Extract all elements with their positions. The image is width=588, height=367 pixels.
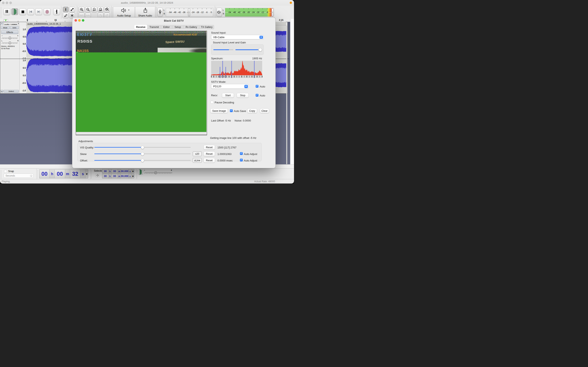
auto-recv-checkbox[interactable] xyxy=(256,94,259,97)
time-format-arrow-icon[interactable]: ▾ xyxy=(86,170,88,178)
collapse-track-button[interactable]: ▲ xyxy=(0,90,3,92)
record-meter-options-button[interactable] xyxy=(157,8,163,17)
vertical-scale-ch2[interactable]: 1.00.50.0-0.5-1.0 xyxy=(19,59,26,93)
offset-thumb[interactable] xyxy=(141,159,144,162)
selection-grab-handle[interactable] xyxy=(91,169,92,178)
loop-button[interactable] xyxy=(53,8,60,15)
close-track-button[interactable]: × xyxy=(0,22,3,25)
playback-meter-grab-handle[interactable] xyxy=(215,7,216,18)
offset-auto-adjust-checkbox[interactable] xyxy=(240,159,243,161)
pan-slider[interactable] xyxy=(2,43,18,43)
time-grab-handle[interactable] xyxy=(37,169,38,178)
selection-options-button[interactable] xyxy=(95,173,100,177)
vertical-scale-ch1[interactable]: 1.00.50.0-0.5-1.0 xyxy=(19,25,26,59)
playback-meter[interactable]: -54-48-42-36-30-24-18-12-60 xyxy=(225,8,274,17)
play-speed-grab-handle[interactable] xyxy=(137,169,138,178)
envelope-tool-button[interactable] xyxy=(69,7,75,12)
snap-checkbox[interactable] xyxy=(4,170,7,173)
offset-slider[interactable] xyxy=(94,160,142,161)
track-name-menu[interactable]: audio_145800 ▾ xyxy=(4,22,19,25)
skip-to-end-button[interactable] xyxy=(35,8,42,15)
record-gain-slider[interactable] xyxy=(188,8,190,16)
edit-grab-handle[interactable] xyxy=(78,7,78,18)
time-digits[interactable]: 00 xyxy=(55,170,65,178)
offset-line-button[interactable]: ±Line xyxy=(193,158,202,163)
vis-quality-slider[interactable] xyxy=(94,147,142,148)
tab-editor[interactable]: Editor xyxy=(161,25,172,29)
zoom-selection-button[interactable] xyxy=(91,7,97,12)
toolbar-grab-handle[interactable] xyxy=(1,7,1,18)
pause-decoding-checkbox[interactable] xyxy=(210,101,213,104)
selection-tool-button[interactable]: I xyxy=(63,7,69,12)
record-button[interactable] xyxy=(44,8,51,15)
vis-quality-thumb[interactable] xyxy=(141,146,144,149)
time-format-arrow-icon[interactable]: ▾ xyxy=(132,169,134,173)
play-speed-slider[interactable] xyxy=(145,173,172,173)
gain-slider[interactable] xyxy=(2,38,18,38)
auto-save-checkbox[interactable] xyxy=(230,109,233,112)
tab-tx-gallery[interactable]: TX Gallery xyxy=(199,25,214,29)
setup-grab-handle[interactable] xyxy=(112,7,113,18)
effects-button[interactable]: Effects xyxy=(1,30,18,34)
sound-input-select[interactable]: VB-Cable ▲▼ xyxy=(211,35,264,39)
play-button[interactable] xyxy=(11,8,18,15)
gain-slider-track[interactable] xyxy=(235,49,258,50)
zoom-fit-button[interactable] xyxy=(98,7,104,12)
play-at-speed-button[interactable] xyxy=(138,170,143,175)
record-meter-grab-handle[interactable] xyxy=(156,7,157,18)
time-digits[interactable]: 00.000 xyxy=(121,169,129,173)
play-speed-thumb[interactable] xyxy=(155,171,156,174)
tab-setup[interactable]: Setup xyxy=(172,25,183,29)
snap-grab-handle[interactable] xyxy=(1,169,1,178)
pan-slider-thumb[interactable] xyxy=(9,42,11,44)
copy-button[interactable]: Copy xyxy=(247,108,257,113)
pinned-playhead-button[interactable] xyxy=(3,19,8,22)
skew-x20-button[interactable]: x20 xyxy=(193,151,202,156)
tools-grab-handle[interactable] xyxy=(62,7,62,18)
gain-slider-thumb[interactable] xyxy=(259,48,262,51)
selection-start-display[interactable]: 00h00m00.000s▾ xyxy=(102,169,134,174)
skew-slider[interactable] xyxy=(94,154,142,154)
tab-rx-gallery[interactable]: Rx Gallery xyxy=(183,25,199,29)
time-digits[interactable]: 32 xyxy=(70,170,80,178)
audio-position-display[interactable]: 00h00m32s▾ xyxy=(39,169,88,178)
save-image-button[interactable]: Save Image xyxy=(210,108,228,113)
auto-mode-checkbox[interactable] xyxy=(256,85,259,88)
start-button[interactable]: Start xyxy=(222,93,234,98)
mute-button[interactable]: Mute xyxy=(1,26,9,29)
skew-auto-adjust-checkbox[interactable] xyxy=(240,152,243,155)
pause-button[interactable] xyxy=(3,8,10,15)
audio-setup-button[interactable]: ▼ Audio Setup xyxy=(113,7,135,18)
zoom-out-button[interactable] xyxy=(85,7,91,12)
time-format-arrow-icon[interactable]: ▾ xyxy=(132,174,134,178)
record-meter[interactable]: -54-48-42-36-30-24-18-12-60 xyxy=(166,8,213,17)
sstv-mode-select[interactable]: PD120 ▲▼ xyxy=(211,84,249,89)
zoom-in-button[interactable] xyxy=(79,7,85,12)
tab-receive[interactable]: Receive xyxy=(134,25,147,29)
select-track-button[interactable]: Select xyxy=(4,90,19,92)
snap-mode-select[interactable]: Seconds ⌄ xyxy=(4,174,34,178)
share-audio-button[interactable]: Share Audio xyxy=(135,7,155,18)
gain-slider-thumb[interactable] xyxy=(9,36,11,39)
playback-meter-options-button[interactable] xyxy=(217,8,222,17)
time-digits[interactable]: 00 xyxy=(102,174,109,178)
time-digits[interactable]: 00 xyxy=(102,169,109,173)
skew-thumb[interactable] xyxy=(141,152,144,156)
zoom-toggle-button[interactable] xyxy=(104,7,110,12)
skip-to-start-button[interactable] xyxy=(27,8,34,15)
offset-reset-button[interactable]: Reset xyxy=(204,158,215,163)
solo-button[interactable]: Solo xyxy=(10,26,19,29)
time-digits[interactable]: 00 xyxy=(39,170,50,178)
skew-reset-button[interactable]: Reset xyxy=(204,151,215,156)
vertical-scrollbar[interactable] xyxy=(290,19,294,164)
stop-button[interactable] xyxy=(19,8,26,15)
selection-end-display[interactable]: 00h00m00.000s▾ xyxy=(102,174,134,178)
sstv-window[interactable]: Black Cat SSTV ReceiveTransmitEditorSetu… xyxy=(72,17,276,168)
stop-button[interactable]: Stop xyxy=(237,93,249,98)
time-digits[interactable]: 00.000 xyxy=(121,174,129,178)
tab-transmit[interactable]: Transmit xyxy=(147,25,161,29)
playback-volume-slider[interactable] xyxy=(272,8,274,16)
time-digits[interactable]: 00 xyxy=(112,169,118,173)
clear-button[interactable]: Clear xyxy=(260,108,269,113)
time-digits[interactable]: 00 xyxy=(112,174,118,178)
